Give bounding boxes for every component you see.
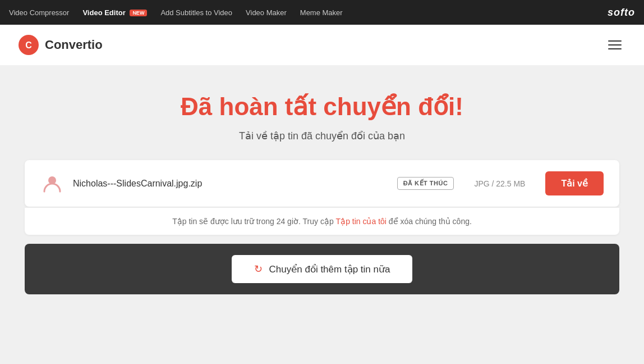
nav-meme-maker[interactable]: Meme Maker [300,8,343,17]
logo-container: C Convertio [18,34,103,56]
info-text-after: để xóa chúng thủ công. [387,217,472,226]
convertio-logo-icon: C [18,34,39,56]
softo-logo: softo [608,7,635,19]
convert-more-strip: ↻ Chuyển đổi thêm tập tin nữa [25,244,619,294]
nav-video-editor[interactable]: Video Editor NEW [82,8,147,17]
content-area: Đã hoàn tất chuyển đổi! Tải về tập tin đ… [0,65,644,364]
refresh-icon: ↻ [254,263,263,275]
convert-more-button[interactable]: ↻ Chuyển đổi thêm tập tin nữa [232,255,413,283]
hamburger-menu-button[interactable] [604,36,626,54]
info-text-before: Tập tin sẽ được lưu trữ trong 24 giờ. Tr… [172,217,335,226]
file-name: Nicholas---SlidesCarnival.jpg.zip [73,179,388,189]
top-nav-links: Video Compressor Video Editor NEW Add Su… [9,8,343,17]
status-badge: ĐÃ KẾT THÚC [397,177,454,190]
nav-video-compressor[interactable]: Video Compressor [9,8,69,17]
file-meta: JPG / 22.5 MB [474,179,525,188]
hamburger-line-2 [608,44,622,46]
download-button[interactable]: Tải về [545,171,604,195]
top-navigation: Video Compressor Video Editor NEW Add Su… [0,0,644,25]
main-title: Đã hoàn tất chuyển đổi! [181,92,463,121]
new-badge: NEW [130,10,147,16]
file-icon-wrapper [40,172,64,195]
svg-text:C: C [25,40,32,50]
convert-more-label: Chuyển đổi thêm tập tin nữa [269,263,390,275]
logo-text: Convertio [45,38,103,52]
file-type-icon [42,174,62,194]
my-files-link[interactable]: Tập tin của tôi [336,217,387,226]
file-card: Nicholas---SlidesCarnival.jpg.zip ĐÃ KẾT… [25,160,619,207]
hamburger-line-3 [608,48,622,49]
subtitle: Tải về tập tin đã chuyển đổi của bạn [239,130,405,142]
main-header: C Convertio [0,25,644,65]
hamburger-line-1 [608,40,622,42]
nav-add-subtitles[interactable]: Add Subtitles to Video [160,8,232,17]
info-strip: Tập tin sẽ được lưu trữ trong 24 giờ. Tr… [25,207,619,235]
nav-video-maker[interactable]: Video Maker [246,8,287,17]
